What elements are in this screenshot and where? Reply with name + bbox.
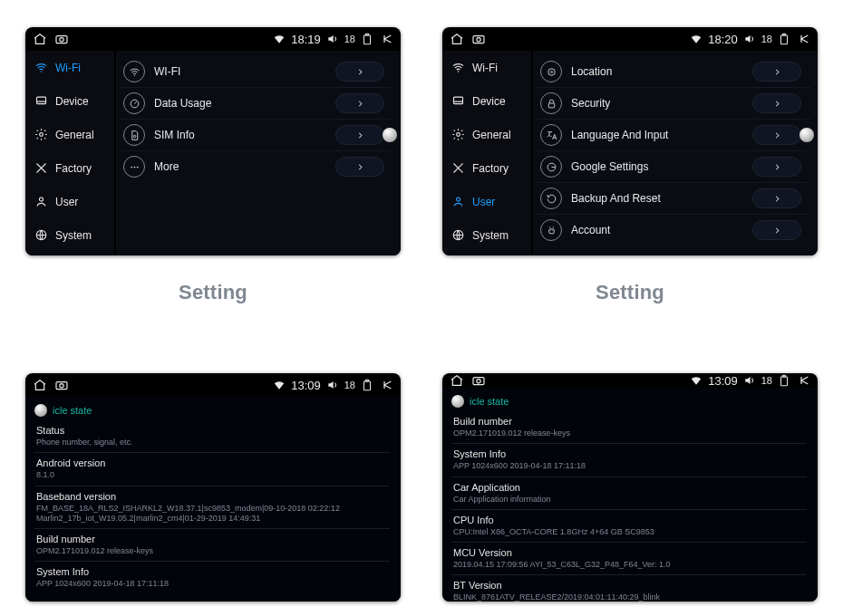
chevron-right-icon[interactable] <box>335 125 384 145</box>
wifi-icon <box>451 61 465 74</box>
battery-icon <box>361 33 373 45</box>
settings-row-label: Account <box>571 224 752 236</box>
system-item-cpu-info[interactable]: CPU Info CPU:Intel X86_OCTA-CORE 1.8GHz … <box>451 510 807 543</box>
wifi-status-icon <box>690 374 702 387</box>
system-item-key: BT Version <box>453 580 807 591</box>
system-item-baseband-version[interactable]: Baseband version FM_BASE_18A_RLS2_ISHARK… <box>34 486 390 530</box>
camera-icon[interactable] <box>54 32 69 46</box>
sidebar: Wi-Fi Device General Factory User System <box>442 51 533 255</box>
dots-icon <box>123 156 145 178</box>
home-icon[interactable] <box>33 378 47 392</box>
sidebar-item-label: Factory <box>55 162 92 175</box>
status-bar: 18:19 18 <box>25 27 401 51</box>
sidebar-item-label: User <box>55 196 78 208</box>
globe-icon <box>451 228 465 242</box>
sidebar-item-system[interactable]: System <box>25 218 114 252</box>
settings-row-wi-fi[interactable]: WI-FI <box>120 56 393 88</box>
back-icon[interactable] <box>796 373 810 388</box>
settings-row-location[interactable]: Location <box>537 56 810 88</box>
battery-icon <box>778 33 790 45</box>
back-icon[interactable] <box>379 378 393 392</box>
sidebar-item-wi-fi[interactable]: Wi-Fi <box>442 51 531 84</box>
chevron-right-icon[interactable] <box>335 62 384 82</box>
chevron-right-icon[interactable] <box>335 93 384 113</box>
scroll-handle[interactable] <box>383 128 397 142</box>
chevron-right-icon[interactable] <box>335 157 384 177</box>
sidebar-item-factory[interactable]: Factory <box>25 151 114 185</box>
sidebar: Wi-Fi Device General Factory User System <box>25 51 116 255</box>
sidebar-item-system[interactable]: System <box>442 218 531 252</box>
home-icon[interactable] <box>33 32 47 46</box>
home-icon[interactable] <box>450 32 464 46</box>
status-volume: 18 <box>344 380 355 390</box>
settings-row-label: Language And Input <box>571 129 752 141</box>
wifi-icon <box>34 61 48 74</box>
system-item-bt-version[interactable]: BT Version BLINK_8761ATV_RELEASE2/2019:0… <box>451 575 807 602</box>
system-item-value: Phone number, signal, etc. <box>36 438 390 448</box>
settings-row-label: SIM Info <box>154 129 335 141</box>
scroll-handle[interactable] <box>34 404 47 417</box>
settings-row-data-usage[interactable]: Data Usage <box>120 88 393 120</box>
system-item-car-application[interactable]: Car Application Car Application informat… <box>451 477 807 510</box>
home-icon[interactable] <box>450 373 464 388</box>
system-header-title: icle state <box>53 405 92 416</box>
sidebar-item-label: Wi-Fi <box>55 62 81 74</box>
sim-icon <box>123 124 145 146</box>
sidebar-item-label: General <box>472 129 511 141</box>
sidebar-item-device[interactable]: Device <box>25 84 114 118</box>
wifi-status-icon <box>690 33 702 45</box>
chevron-right-icon[interactable] <box>752 93 801 113</box>
settings-row-security[interactable]: Security <box>537 88 810 120</box>
system-item-value: 2019.04.15 17:09:56 AYI_53_C63L_G32_P48_… <box>453 560 807 570</box>
sidebar-item-label: Device <box>472 95 506 108</box>
gear-icon <box>34 128 48 141</box>
sidebar-item-general[interactable]: General <box>25 118 114 151</box>
status-time: 18:19 <box>291 33 321 46</box>
sidebar-item-general[interactable]: General <box>442 118 531 151</box>
chevron-right-icon[interactable] <box>752 62 801 82</box>
system-item-system-info[interactable]: System Info APP 1024x600 2019-04-18 17:1… <box>451 444 807 476</box>
system-item-value: OPM2.171019.012 release-keys <box>36 546 390 556</box>
settings-row-more[interactable]: More <box>120 151 393 182</box>
wifi-status-icon <box>273 33 286 45</box>
system-item-mcu-version[interactable]: MCU Version 2019.04.15 17:09:56 AYI_53_C… <box>451 543 807 575</box>
sidebar-item-wi-fi[interactable]: Wi-Fi <box>25 51 114 84</box>
caption: Setting <box>179 281 247 304</box>
chevron-right-icon[interactable] <box>752 188 801 208</box>
system-item-build-number[interactable]: Build number OPM2.171019.012 release-key… <box>34 529 390 562</box>
device-icon <box>34 94 48 108</box>
chevron-right-icon[interactable] <box>752 125 801 145</box>
scroll-handle[interactable] <box>451 395 464 408</box>
camera-icon[interactable] <box>471 373 486 388</box>
back-icon[interactable] <box>379 32 393 46</box>
system-item-android-version[interactable]: Android version 8.1.0 <box>34 453 390 486</box>
back-icon[interactable] <box>796 32 810 46</box>
device-frame: 18:20 18 Wi-Fi Device General Factory Us… <box>442 27 818 255</box>
sidebar-item-user[interactable]: User <box>25 185 114 218</box>
gauge-icon <box>123 92 145 114</box>
settings-row-account[interactable]: Account <box>537 215 810 245</box>
camera-icon[interactable] <box>471 32 486 46</box>
system-item-system-info[interactable]: System Info APP 1024x600 2019-04-18 17:1… <box>34 562 390 593</box>
system-item-status[interactable]: Status Phone number, signal, etc. <box>34 420 390 453</box>
settings-row-sim-info[interactable]: SIM Info <box>120 120 393 151</box>
chevron-right-icon[interactable] <box>752 220 801 240</box>
camera-icon[interactable] <box>54 378 69 392</box>
system-item-value: APP 1024x600 2019-04-18 17:11:18 <box>36 579 390 589</box>
location-icon <box>540 61 562 82</box>
system-item-key: Build number <box>36 534 390 544</box>
system-item-build-number[interactable]: Build number OPM2.171019.012 release-key… <box>451 411 807 444</box>
settings-row-backup-and-reset[interactable]: Backup And Reset <box>537 183 810 215</box>
user-icon <box>451 195 465 208</box>
settings-row-google-settings[interactable]: Google Settings <box>537 151 810 183</box>
settings-row-language-and-input[interactable]: Language And Input <box>537 120 810 151</box>
sidebar-item-device[interactable]: Device <box>442 84 531 118</box>
device-frame: 13:09 18 icle state Build number OPM2.17… <box>442 373 818 602</box>
scroll-handle[interactable] <box>799 128 814 142</box>
system-item-key: MCU Version <box>453 547 807 558</box>
sidebar-item-user[interactable]: User <box>442 185 531 218</box>
sidebar-item-factory[interactable]: Factory <box>442 151 531 185</box>
device-cell-2: 13:09 18 icle state Status Phone number,… <box>18 373 408 616</box>
chevron-right-icon[interactable] <box>752 157 801 177</box>
sidebar-item-label: Wi-Fi <box>472 62 498 74</box>
